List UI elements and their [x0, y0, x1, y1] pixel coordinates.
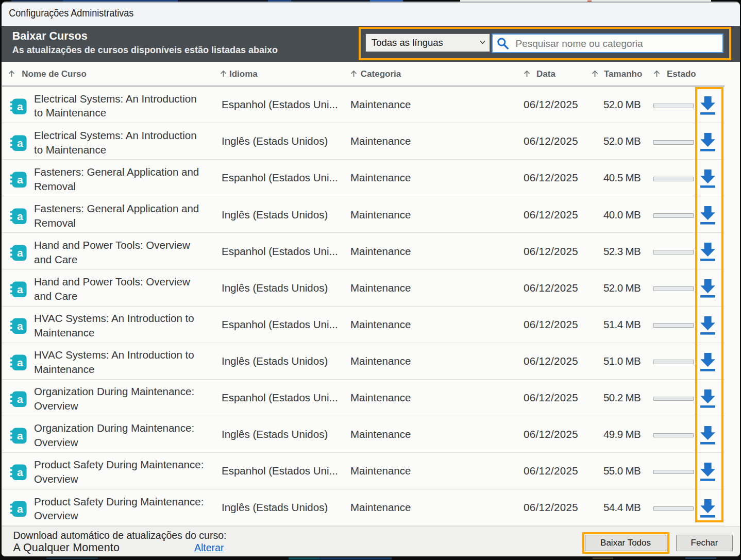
- svg-text:a: a: [16, 430, 23, 442]
- svg-text:a: a: [16, 174, 23, 185]
- svg-text:a: a: [16, 357, 23, 368]
- svg-text:a: a: [16, 320, 23, 332]
- svg-text:a: a: [16, 283, 23, 295]
- svg-text:a: a: [16, 100, 23, 112]
- svg-text:a: a: [16, 503, 23, 515]
- svg-text:a: a: [16, 137, 23, 149]
- svg-text:a: a: [16, 466, 23, 478]
- svg-text:a: a: [16, 210, 23, 222]
- svg-text:a: a: [16, 393, 23, 405]
- svg-text:a: a: [16, 247, 23, 259]
